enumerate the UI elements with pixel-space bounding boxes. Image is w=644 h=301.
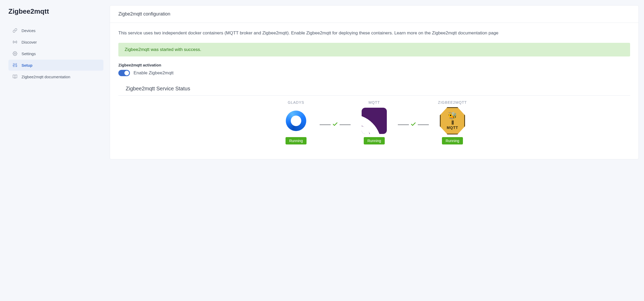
config-card: Zigbe2mqtt configuration This service us… — [110, 5, 639, 159]
enable-toggle-label: Enable Zigbee2mqtt — [134, 70, 173, 76]
link-icon — [13, 28, 17, 33]
gear-icon — [13, 51, 17, 56]
sidebar-title: Zigbee2mqtt — [8, 7, 103, 15]
sidebar-item-label: Zigbee2mqtt documentation — [22, 75, 70, 79]
check-icon — [410, 121, 416, 128]
toggle-knob — [124, 71, 129, 75]
sidebar-item-settings[interactable]: Settings — [8, 48, 103, 59]
book-icon — [13, 74, 17, 79]
card-title: Zigbe2mqtt configuration — [118, 11, 630, 17]
intro-text: This service uses two independent docker… — [118, 29, 630, 37]
status-badge: Running — [442, 137, 463, 144]
svg-point-0 — [15, 42, 15, 43]
service-name: ZIGBEE2MQTT — [438, 100, 467, 105]
status-badge: Running — [364, 137, 385, 144]
bee-icon: 🐝 — [448, 112, 457, 120]
service-mqtt: MQTT Running — [351, 100, 398, 144]
check-icon — [332, 121, 338, 128]
sidebar-item-documentation[interactable]: Zigbee2mqtt documentation — [8, 71, 103, 82]
sidebar-item-label: Settings — [22, 51, 36, 56]
sidebar-item-label: Setup — [22, 63, 33, 68]
service-zigbee2mqtt: ZIGBEE2MQTT 🐝 ⵏⵏ MQTT Running — [429, 100, 476, 144]
status-title: Zigbee2mqtt Service Status — [126, 86, 630, 92]
connector-line — [398, 124, 409, 125]
connector-line — [418, 124, 429, 125]
gladys-logo — [283, 108, 309, 133]
status-card: GLADYS Running — [118, 95, 630, 148]
connector — [320, 117, 351, 128]
service-gladys: GLADYS Running — [272, 100, 320, 144]
sidebar-nav: Devices Discover Settings Setup — [8, 25, 103, 82]
main-content: Zigbe2mqtt configuration This service us… — [108, 0, 644, 301]
mqtt-logo — [362, 108, 387, 133]
sidebar-item-label: Discover — [22, 40, 37, 44]
sliders-icon — [13, 63, 17, 68]
sidebar: Zigbee2mqtt Devices Discover Settings — [0, 0, 108, 301]
card-header: Zigbe2mqtt configuration — [110, 6, 638, 23]
success-alert: Zigbee2mqtt was started with success. — [118, 43, 630, 56]
connector — [398, 117, 429, 128]
connector-line — [320, 124, 331, 125]
sidebar-item-devices[interactable]: Devices — [8, 25, 103, 36]
sidebar-item-setup[interactable]: Setup — [8, 60, 103, 71]
activation-section-label: Zigbee2mqtt activation — [118, 63, 630, 67]
service-name: GLADYS — [288, 100, 304, 105]
svg-point-1 — [14, 53, 16, 54]
sidebar-item-discover[interactable]: Discover — [8, 37, 103, 48]
broadcast-icon — [13, 40, 17, 44]
status-badge: Running — [286, 137, 307, 144]
sidebar-item-label: Devices — [22, 28, 35, 33]
service-name: MQTT — [368, 100, 380, 105]
enable-toggle[interactable] — [118, 70, 130, 76]
connector-line — [340, 124, 351, 125]
zigbee2mqtt-logo: 🐝 ⵏⵏ MQTT — [440, 108, 465, 133]
